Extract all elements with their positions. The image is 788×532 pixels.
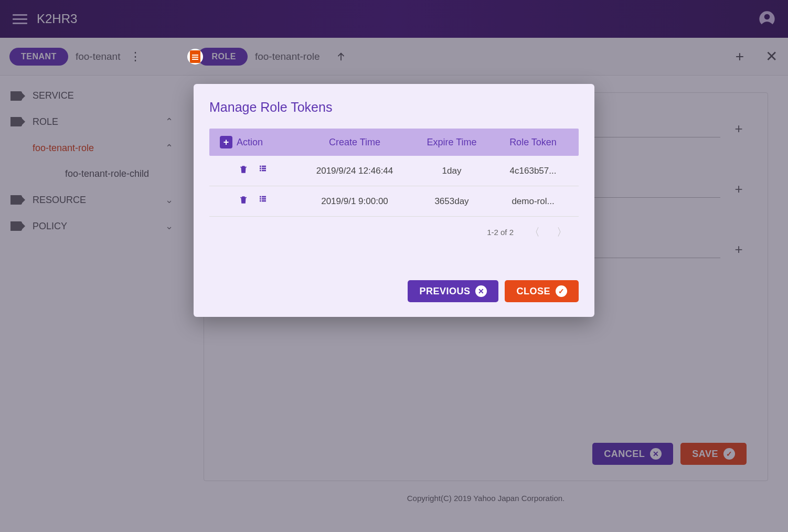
dialog-title: Manage Role Tokens [209, 100, 579, 115]
detail-token-icon[interactable] [258, 195, 268, 208]
cancel-circle-icon: ✕ [475, 285, 487, 297]
svg-rect-3 [262, 166, 266, 167]
next-page-icon[interactable]: 〉 [556, 225, 568, 239]
delete-token-icon[interactable] [239, 164, 248, 177]
delete-token-icon[interactable] [239, 195, 248, 208]
table-header: + Action Create Time Expire Time Role To… [209, 129, 579, 156]
col-expire-time: Expire Time [410, 137, 494, 148]
check-circle-icon: ✓ [556, 285, 567, 297]
role-document-icon [187, 49, 203, 65]
col-create-time: Create Time [300, 137, 410, 148]
cell-role-token: 4c163b57... [494, 166, 572, 176]
tokens-table: + Action Create Time Expire Time Role To… [209, 129, 579, 243]
svg-rect-5 [262, 168, 266, 169]
cell-expire-time: 1day [410, 166, 494, 176]
svg-rect-7 [262, 170, 266, 172]
cell-role-token: demo-rol... [494, 196, 572, 207]
close-label: CLOSE [516, 286, 550, 297]
svg-rect-2 [260, 166, 261, 167]
table-row: 2019/9/1 9:00:00 3653day demo-rol... [209, 186, 579, 217]
detail-token-icon[interactable] [258, 164, 268, 177]
svg-rect-11 [262, 198, 266, 200]
modal-overlay: Manage Role Tokens + Action Create Time … [0, 0, 788, 532]
close-button[interactable]: CLOSE ✓ [505, 280, 579, 302]
svg-rect-6 [260, 170, 261, 172]
table-row: 2019/9/24 12:46:44 1day 4c163b57... [209, 156, 579, 186]
col-action: Action [237, 137, 300, 148]
pagination: 1-2 of 2 〈 〉 [209, 217, 579, 243]
cell-expire-time: 3653day [410, 196, 494, 207]
previous-label: PREVIOUS [419, 286, 470, 297]
cell-create-time: 2019/9/24 12:46:44 [300, 166, 410, 176]
manage-role-tokens-dialog: Manage Role Tokens + Action Create Time … [194, 84, 594, 317]
svg-rect-4 [260, 168, 261, 169]
add-token-button[interactable]: + [220, 136, 232, 148]
cell-create-time: 2019/9/1 9:00:00 [300, 196, 410, 207]
svg-rect-10 [260, 198, 261, 200]
svg-rect-12 [260, 200, 261, 202]
col-role-token: Role Token [494, 137, 572, 148]
previous-button[interactable]: PREVIOUS ✕ [408, 280, 498, 302]
pager-range: 1-2 of 2 [487, 228, 514, 237]
svg-rect-9 [262, 196, 266, 198]
svg-rect-8 [260, 196, 261, 198]
svg-rect-13 [262, 200, 266, 202]
prev-page-icon[interactable]: 〈 [528, 225, 541, 239]
